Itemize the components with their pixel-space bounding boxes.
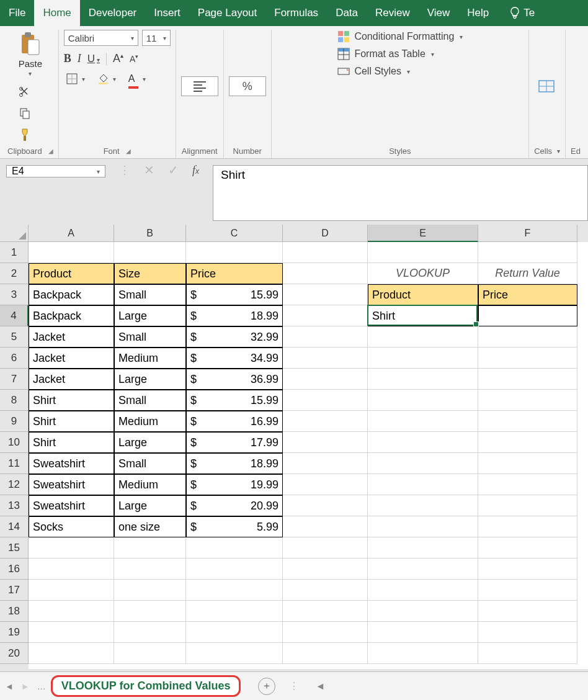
cell-A9[interactable]: Shirt [29,411,114,432]
tab-review[interactable]: Review [367,0,419,26]
cell-A1[interactable] [29,242,114,263]
cell-E9[interactable] [368,411,478,432]
cell-E18[interactable] [368,601,478,622]
cell-D13[interactable] [283,495,368,516]
tab-insert[interactable]: Insert [145,0,189,26]
cell-C17[interactable] [186,580,283,601]
tab-file[interactable]: File [0,0,34,26]
col-header-D[interactable]: D [283,225,368,242]
copy-button[interactable] [16,105,45,120]
cell-B17[interactable] [114,580,186,601]
cell-C20[interactable] [186,643,283,664]
cell-F11[interactable] [478,453,577,474]
row-header-11[interactable]: 11 [0,453,29,474]
sheet-next-button[interactable]: ► [21,681,30,691]
grow-font-button[interactable]: A▴ [113,52,123,65]
cell-C13[interactable]: $20.99 [186,495,283,516]
cell-F18[interactable] [478,601,577,622]
cell-D19[interactable] [283,622,368,643]
cell-A11[interactable]: Sweatshirt [29,453,114,474]
row-header-18[interactable]: 18 [0,601,29,622]
row-header-8[interactable]: 8 [0,390,29,411]
cell-E17[interactable] [368,580,478,601]
font-name-select[interactable]: Calibri▾ [64,30,138,46]
tell-me[interactable]: Te [501,0,543,26]
cell-F7[interactable] [478,369,577,390]
cell-B4[interactable]: Large [114,305,186,326]
clipboard-launcher[interactable]: ◢ [48,148,53,155]
cancel-formula-button[interactable]: ✕ [144,163,154,177]
cell-B5[interactable]: Small [114,326,186,348]
cell-B3[interactable]: Small [114,284,186,305]
cell-A18[interactable] [29,601,114,622]
cell-C16[interactable] [186,559,283,580]
tab-data[interactable]: Data [327,0,367,26]
cell-B16[interactable] [114,559,186,580]
cell-D6[interactable] [283,348,368,369]
cell-D12[interactable] [283,474,368,495]
cell-F13[interactable] [478,495,577,516]
cell-C11[interactable]: $18.99 [186,453,283,474]
bold-button[interactable]: B [64,52,71,65]
cell-B8[interactable]: Small [114,390,186,411]
conditional-formatting-button[interactable]: Conditional Formatting [337,30,463,43]
col-header-E[interactable]: E [368,225,478,242]
cell-C9[interactable]: $16.99 [186,411,283,432]
cell-C6[interactable]: $34.99 [186,348,283,369]
cell-E8[interactable] [368,390,478,411]
cell-A5[interactable]: Jacket [29,326,114,348]
tab-formulas[interactable]: Formulas [265,0,327,26]
cell-A8[interactable]: Shirt [29,390,114,411]
cell-D17[interactable] [283,580,368,601]
cell-A16[interactable] [29,559,114,580]
cell-D3[interactable] [283,284,368,305]
row-header-4[interactable]: 4 [0,305,29,326]
cell-A6[interactable]: Jacket [29,348,114,369]
font-size-select[interactable]: 11▾ [142,30,171,46]
cell-F8[interactable] [478,390,577,411]
cell-C14[interactable]: $5.99 [186,516,283,537]
cell-B7[interactable]: Large [114,369,186,390]
row-header-5[interactable]: 5 [0,326,29,348]
borders-button[interactable] [64,72,87,86]
sheet-tab-active[interactable]: VLOOKUP for Combined Values [51,675,241,697]
row-header-9[interactable]: 9 [0,411,29,432]
cell-A10[interactable]: Shirt [29,432,114,453]
cell-A15[interactable] [29,537,114,559]
col-header-A[interactable]: A [29,225,114,242]
cell-A13[interactable]: Sweatshirt [29,495,114,516]
cell-E13[interactable] [368,495,478,516]
cell-E11[interactable] [368,453,478,474]
cell-E12[interactable] [368,474,478,495]
cell-B18[interactable] [114,601,186,622]
cell-B10[interactable]: Large [114,432,186,453]
new-sheet-button[interactable]: ＋ [258,678,275,695]
cell-E6[interactable] [368,348,478,369]
tab-developer[interactable]: Developer [80,0,146,26]
cell-C15[interactable] [186,537,283,559]
cell-D7[interactable] [283,369,368,390]
cell-A14[interactable]: Socks [29,516,114,537]
font-color-button[interactable]: A [126,71,149,86]
cell-A17[interactable] [29,580,114,601]
row-header-20[interactable]: 20 [0,643,29,664]
cell-F1[interactable] [478,242,577,263]
cell-D20[interactable] [283,643,368,664]
fx-button[interactable]: fx [192,164,199,177]
enter-formula-button[interactable]: ✓ [168,163,179,177]
cell-F2[interactable]: Return Value [478,263,577,284]
row-header-6[interactable]: 6 [0,348,29,369]
percent-button[interactable]: % [229,76,266,96]
fill-color-button[interactable] [95,72,118,86]
cell-C1[interactable] [186,242,283,263]
col-header-B[interactable]: B [114,225,186,242]
cell-F9[interactable] [478,411,577,432]
cell-E7[interactable] [368,369,478,390]
cell-F3[interactable]: Price [478,284,577,305]
cell-F10[interactable] [478,432,577,453]
cell-C7[interactable]: $36.99 [186,369,283,390]
cell-A3[interactable]: Backpack [29,284,114,305]
sheet-more[interactable]: … [37,681,46,691]
sheet-prev-button[interactable]: ◄ [5,681,14,691]
shrink-font-button[interactable]: A▾ [130,53,138,64]
